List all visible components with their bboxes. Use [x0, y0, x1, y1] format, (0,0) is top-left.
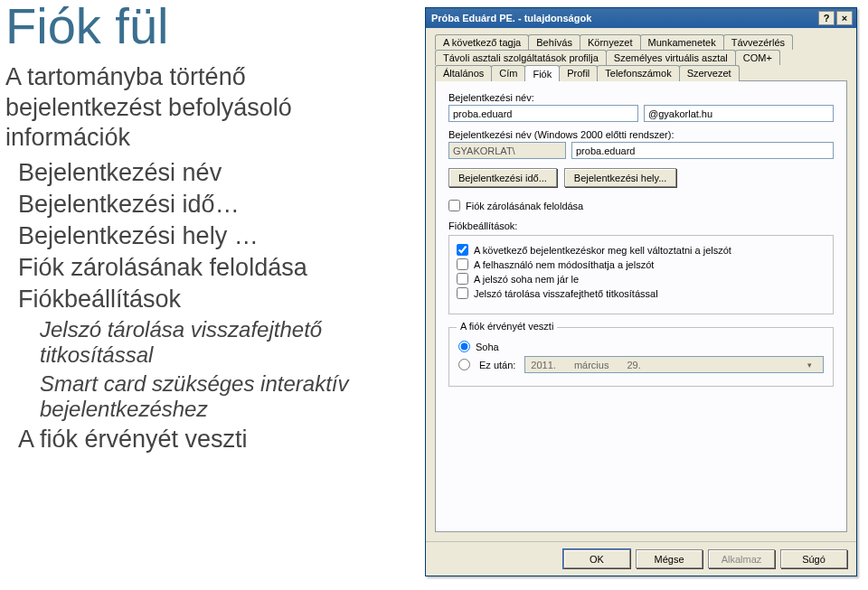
properties-dialog: Próba Eduárd PE. - tulajdonságok ? × A k… [425, 7, 857, 576]
tab-account[interactable]: Fiók [524, 65, 560, 81]
expiry-never-label: Soha [476, 342, 499, 352]
dialog-body: A következő tagja Behívás Környezet Munk… [426, 28, 856, 541]
opt-user-cannot-change-pw[interactable] [457, 258, 468, 270]
expiry-never-radio[interactable] [458, 341, 470, 352]
account-settings-label: Fiókbeállítások: [448, 220, 834, 231]
expiry-month: március [574, 360, 609, 370]
dialog-footer: OK Mégse Alkalmaz Súgó [426, 541, 856, 576]
help-button[interactable]: Súgó [780, 549, 847, 568]
tab-personal-vd[interactable]: Személyes virtuális asztal [606, 50, 736, 65]
opt-reversible-encryption[interactable] [457, 287, 468, 299]
dialog-title: Próba Eduárd PE. - tulajdonságok [431, 13, 816, 23]
expiry-after-label: Ez után: [479, 360, 515, 370]
properties-dialog-wrap: Próba Eduárd PE. - tulajdonságok ? × A k… [425, 0, 868, 590]
opt-label-2: A jelszó soha nem jár le [474, 274, 579, 285]
tab-profile[interactable]: Profil [559, 65, 598, 81]
tab-sessions[interactable]: Munkamenetek [640, 34, 724, 50]
opt-change-pw-next-logon[interactable] [457, 244, 468, 256]
expiry-date-picker[interactable]: 2011. március 29. ▾ [524, 356, 824, 373]
tab-remote-control[interactable]: Távvezérlés [723, 34, 793, 50]
opt-label-0: A következő bejelentkezéskor meg kell vá… [474, 245, 731, 256]
ok-button[interactable]: OK [563, 549, 630, 568]
tab-rds-profile[interactable]: Távoli asztali szolgáltatások profilja [435, 50, 607, 65]
unlock-account-label: Fiók zárolásának feloldása [466, 201, 583, 211]
opt-pw-never-expires[interactable] [457, 273, 468, 285]
slide-item-4: Fiókbeállítások [18, 286, 407, 314]
apply-button[interactable]: Alkalmaz [708, 549, 775, 568]
slide-item-2: Bejelentkezési hely … [18, 222, 407, 250]
tab-phones[interactable]: Telefonszámok [597, 65, 679, 81]
logon-to-button[interactable]: Bejelentkezési hely... [564, 168, 677, 187]
tab-general[interactable]: Általános [435, 65, 492, 81]
titlebar-help-button[interactable]: ? [818, 11, 835, 25]
opt-label-3: Jelszó tárolása visszafejthető titkosítá… [474, 288, 658, 299]
tab-dialin[interactable]: Behívás [528, 34, 580, 50]
legacy-user-input[interactable] [571, 142, 834, 159]
unlock-account-checkbox[interactable] [448, 200, 460, 211]
legacy-login-label: Bejelentkezési név (Windows 2000 előtti … [448, 129, 834, 140]
expiry-day: 29. [627, 360, 640, 370]
slide-item-1: Bejelentkezési idő… [18, 191, 407, 219]
slide-lead: A tartományba történő bejelentkezést bef… [5, 62, 407, 154]
slide-title: Fiók fül [5, 0, 407, 53]
logon-hours-button[interactable]: Bejelentkezési idő... [448, 168, 557, 187]
slide-item-3: Fiók zárolásának feloldása [18, 254, 407, 282]
cancel-button[interactable]: Mégse [636, 549, 703, 568]
slide-final: A fiók érvényét veszti [18, 426, 407, 454]
slide-subitem-0: Jelszó tárolása visszafejthető titkosítá… [40, 317, 407, 368]
tab-complus[interactable]: COM+ [735, 50, 780, 65]
expiry-year: 2011. [531, 360, 556, 370]
account-expires-group: A fiók érvényét veszti Soha Ez után: 201… [448, 327, 834, 387]
chevron-down-icon: ▾ [801, 361, 817, 370]
login-name-label: Bejelentkezési név: [448, 92, 834, 103]
tab-address[interactable]: Cím [491, 65, 525, 81]
account-options-list[interactable]: A következő bejelentkezéskor meg kell vá… [448, 235, 834, 314]
login-name-input[interactable] [448, 105, 638, 122]
slide-item-0: Bejelentkezési név [18, 159, 407, 187]
tabs: A következő tagja Behívás Környezet Munk… [435, 33, 847, 80]
account-expires-legend: A fiók érvényét veszti [457, 321, 557, 332]
login-domain-input[interactable] [644, 105, 834, 122]
slide-text: Fiók fül A tartományba történő bejelentk… [0, 0, 425, 590]
legacy-domain-box: GYAKORLAT\ [448, 142, 566, 159]
expiry-after-radio[interactable] [458, 359, 470, 370]
tab-org[interactable]: Szervezet [679, 65, 740, 81]
tab-environment[interactable]: Környezet [580, 34, 641, 50]
opt-label-1: A felhasználó nem módosíthatja a jelszót [474, 259, 654, 270]
slide-subitem-1: Smart card szükséges interaktív bejelent… [40, 371, 407, 422]
tab-member-of[interactable]: A következő tagja [435, 34, 529, 50]
titlebar[interactable]: Próba Eduárd PE. - tulajdonságok ? × [426, 8, 856, 28]
tab-panel-account: Bejelentkezési név: Bejelentkezési név (… [435, 80, 847, 532]
titlebar-close-button[interactable]: × [836, 11, 853, 25]
